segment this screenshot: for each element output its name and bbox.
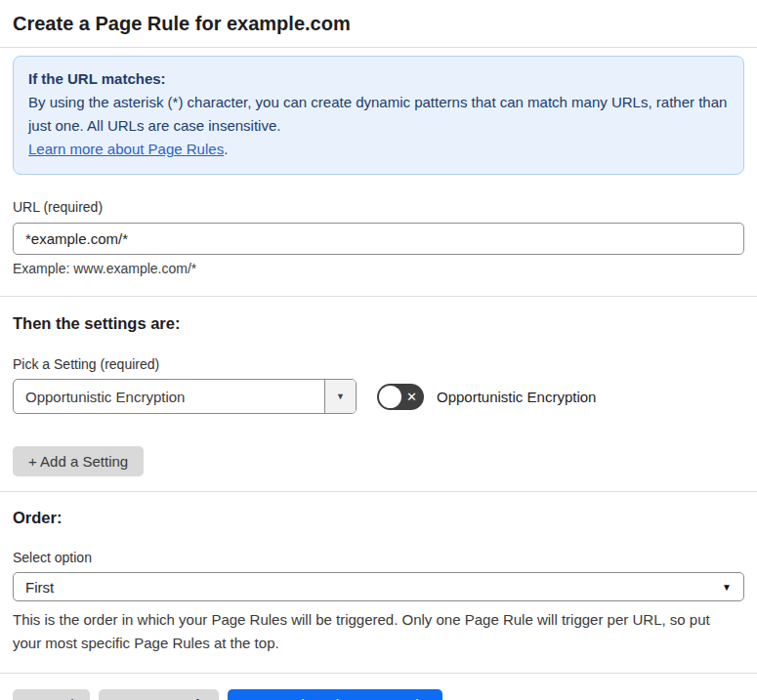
save-as-draft-button[interactable]: Save as Draft <box>99 689 219 700</box>
url-label: URL (required) <box>13 199 744 215</box>
toggle-off-x-icon: ✕ <box>406 391 417 403</box>
title-divider <box>0 47 757 48</box>
pick-setting-label: Pick a Setting (required) <box>13 356 744 372</box>
order-heading: Order: <box>13 509 744 527</box>
info-box-heading: If the URL matches: <box>28 67 729 91</box>
setting-row: Opportunistic Encryption ▼ ✕ Opportunist… <box>13 379 744 414</box>
order-select[interactable]: First ▼ <box>13 572 744 601</box>
order-select-value: First <box>25 579 54 596</box>
setting-select-value: Opportunistic Encryption <box>14 380 324 413</box>
create-page-rule-form: Create a Page Rule for example.com If th… <box>0 0 757 700</box>
save-and-deploy-button[interactable]: Save and Deploy Page Rule <box>228 689 442 700</box>
page-title: Create a Page Rule for example.com <box>13 0 744 35</box>
url-matches-info-box: If the URL matches: By using the asteris… <box>13 56 744 175</box>
url-input[interactable] <box>13 223 744 255</box>
footer-actions: Cancel Save as Draft Save and Deploy Pag… <box>13 689 744 700</box>
setting-select[interactable]: Opportunistic Encryption ▼ <box>13 379 357 414</box>
cancel-button[interactable]: Cancel <box>13 689 90 700</box>
toggle-knob <box>379 386 401 408</box>
info-box-body: By using the asterisk (*) character, you… <box>28 91 729 138</box>
select-option-label: Select option <box>13 550 744 565</box>
opportunistic-encryption-toggle[interactable]: ✕ <box>377 384 424 410</box>
info-box-link-line: Learn more about Page Rules. <box>28 138 729 161</box>
settings-heading: Then the settings are: <box>13 314 744 333</box>
chevron-down-icon[interactable]: ▼ <box>324 380 356 413</box>
toggle-label: Opportunistic Encryption <box>437 389 596 405</box>
link-suffix: . <box>224 141 228 157</box>
settings-section-divider <box>0 491 757 492</box>
chevron-down-icon: ▼ <box>722 582 732 593</box>
order-description: This is the order in which your Page Rul… <box>13 608 740 655</box>
learn-more-link[interactable]: Learn more about Page Rules <box>28 141 224 157</box>
url-section-divider <box>0 296 757 297</box>
footer-divider <box>0 673 757 674</box>
setting-toggle-group: ✕ Opportunistic Encryption <box>377 384 596 410</box>
url-example-text: Example: www.example.com/* <box>13 261 744 276</box>
add-setting-button[interactable]: + Add a Setting <box>13 446 144 476</box>
